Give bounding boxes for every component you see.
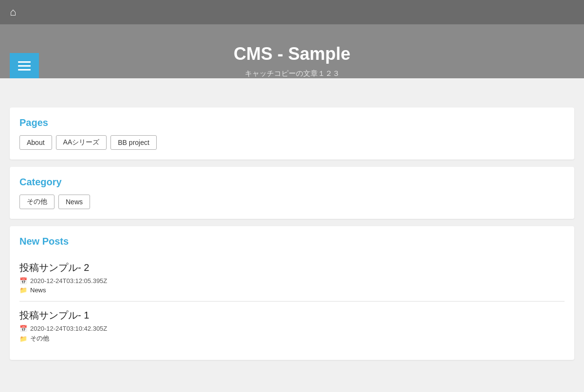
- site-title: CMS - Sample: [10, 44, 574, 64]
- pages-tag-list: AboutAAシリーズBB project: [19, 135, 565, 150]
- category-title: Category: [19, 177, 565, 188]
- pages-tag-button[interactable]: BB project: [110, 135, 157, 150]
- hamburger-line-3: [18, 69, 31, 71]
- hamburger-line-2: [18, 65, 31, 67]
- post-item: 投稿サンプル- 1📅2020-12-24T03:10:42.305Z📁その他: [19, 302, 565, 350]
- post-category: 📁その他: [19, 334, 565, 343]
- hamburger-line-1: [18, 61, 31, 63]
- category-tag-list: その他News: [19, 195, 565, 209]
- folder-icon: 📁: [19, 286, 27, 294]
- pages-tag-button[interactable]: About: [19, 135, 52, 150]
- pages-tag-button[interactable]: AAシリーズ: [56, 135, 107, 150]
- home-icon[interactable]: ⌂: [10, 6, 16, 18]
- calendar-icon: 📅: [19, 277, 27, 285]
- post-title[interactable]: 投稿サンプル- 2: [19, 261, 565, 274]
- post-category: 📁News: [19, 286, 565, 294]
- hamburger-button[interactable]: [10, 53, 39, 78]
- post-category-label: その他: [30, 334, 49, 343]
- new-posts-title: New Posts: [19, 236, 565, 247]
- post-date-meta: 📅2020-12-24T03:12:05.395Z: [19, 277, 565, 285]
- post-title[interactable]: 投稿サンプル- 1: [19, 309, 565, 322]
- posts-list: 投稿サンプル- 2📅2020-12-24T03:12:05.395Z📁News投…: [19, 254, 565, 350]
- top-navigation: ⌂: [0, 0, 584, 24]
- post-category-label: News: [30, 286, 46, 294]
- pages-card: Pages AboutAAシリーズBB project: [10, 107, 574, 160]
- category-tag-button[interactable]: その他: [19, 195, 55, 209]
- folder-icon: 📁: [19, 335, 27, 342]
- site-subtitle: キャッチコピーの文章１２３: [10, 69, 574, 78]
- main-content: Pages AboutAAシリーズBB project Category その他…: [0, 98, 584, 370]
- pages-title: Pages: [19, 117, 565, 128]
- category-card: Category その他News: [10, 167, 574, 219]
- hero-section: CMS - Sample キャッチコピーの文章１２３: [0, 24, 584, 78]
- category-tag-button[interactable]: News: [58, 195, 90, 209]
- calendar-icon: 📅: [19, 325, 27, 332]
- new-posts-card: New Posts 投稿サンプル- 2📅2020-12-24T03:12:05.…: [10, 226, 574, 360]
- post-date: 2020-12-24T03:12:05.395Z: [30, 277, 107, 285]
- post-date-meta: 📅2020-12-24T03:10:42.305Z: [19, 325, 565, 332]
- post-item: 投稿サンプル- 2📅2020-12-24T03:12:05.395Z📁News: [19, 254, 565, 302]
- post-date: 2020-12-24T03:10:42.305Z: [30, 325, 107, 332]
